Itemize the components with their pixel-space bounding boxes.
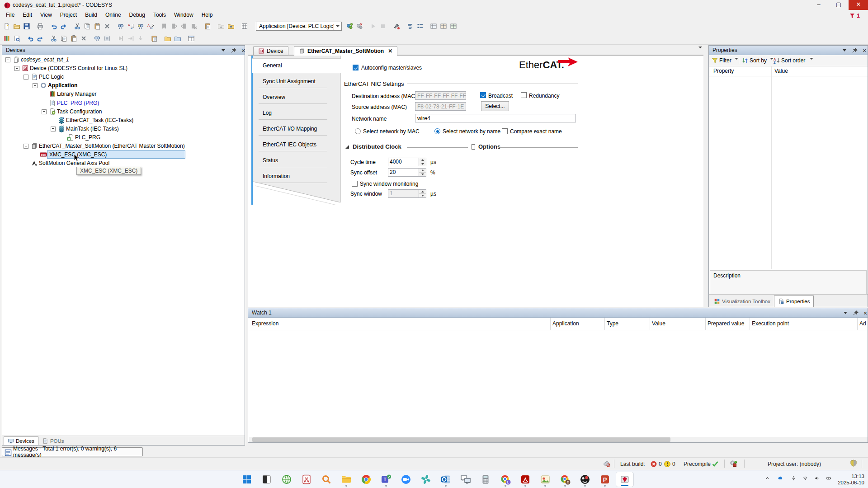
- nav-item-sync-unit-assignment[interactable]: Sync Unit Assignment: [252, 76, 336, 87]
- watch-column-prepared-value[interactable]: Prepared value: [708, 320, 744, 327]
- runtime-gear-icon[interactable]: [730, 460, 737, 467]
- nav-item-overview[interactable]: Overview: [252, 92, 336, 103]
- find-secondary-icon[interactable]: [93, 34, 102, 43]
- view-list-icon[interactable]: [415, 22, 425, 31]
- delete-icon[interactable]: [103, 22, 112, 31]
- watch-column-execution-point[interactable]: Execution point: [752, 320, 789, 327]
- new-project-icon[interactable]: [2, 22, 11, 31]
- tree-node-plc_prg[interactable]: PLC_PRG: [2, 133, 245, 141]
- view-outline-icon[interactable]: [406, 22, 415, 31]
- taskbar-file-explorer-icon[interactable]: [337, 472, 355, 487]
- nav-item-ethercat-iec-objects[interactable]: EtherCAT IEC Objects: [252, 139, 336, 150]
- cut-secondary-icon[interactable]: [49, 34, 58, 43]
- watch-column-value[interactable]: Value: [652, 320, 665, 327]
- print-icon[interactable]: [36, 22, 45, 31]
- tray-chevron-up-icon[interactable]: [765, 476, 772, 483]
- sync-offset-spinner[interactable]: 20: [388, 168, 426, 177]
- login-icon[interactable]: [345, 22, 354, 31]
- sort-by-button[interactable]: Sort by: [750, 57, 767, 64]
- taskbar-vpn-globe-app-icon[interactable]: [278, 472, 296, 487]
- watch-column-separator[interactable]: [705, 318, 706, 330]
- tray-wifi-icon[interactable]: [803, 476, 810, 483]
- tab-pous[interactable]: POUs: [38, 437, 68, 445]
- taskbar-keypad-device-icon[interactable]: [476, 472, 495, 487]
- tree-expander-icon[interactable]: [33, 83, 38, 88]
- tree-node-device[interactable]: Device (CODESYS Control for Linux SL): [2, 64, 245, 72]
- menu-item-file[interactable]: File: [2, 10, 19, 20]
- tree-node-ethercat_task[interactable]: EtherCAT_Task (IEC-Tasks): [2, 116, 245, 124]
- value-column-header[interactable]: Value: [774, 68, 788, 74]
- tree-node-plc[interactable]: PLC Logic: [2, 73, 245, 81]
- watch-column-expression[interactable]: Expression: [252, 320, 278, 327]
- watch-column-application[interactable]: Application: [552, 320, 579, 327]
- tree-node-maintask[interactable]: MainTask (IEC-Tasks): [2, 125, 245, 133]
- delete-secondary-icon[interactable]: [79, 34, 88, 43]
- tree-expander-icon[interactable]: [42, 109, 47, 114]
- chevron-down-icon[interactable]: [733, 60, 738, 66]
- cloud-offline-icon[interactable]: [603, 460, 610, 467]
- watch-column-ad[interactable]: Ad: [859, 320, 866, 327]
- property-column-header[interactable]: Property: [713, 68, 734, 74]
- compare-folder-icon[interactable]: [173, 34, 182, 43]
- taskbar-pinwheel-app-icon[interactable]: [417, 472, 435, 487]
- open-project-icon[interactable]: [12, 22, 21, 31]
- options-expand-icon[interactable]: [472, 145, 475, 149]
- taskbar-irfanview-icon[interactable]: [536, 472, 554, 487]
- tab-device[interactable]: Device: [253, 46, 288, 55]
- active-application-selector[interactable]: Application [Device: PLC Logic]: [256, 22, 342, 31]
- taskbar-chrome-profile-l-icon[interactable]: L: [496, 472, 514, 487]
- notification-filter-icon[interactable]: 1: [849, 12, 860, 19]
- tab-close-icon[interactable]: ✕: [388, 48, 392, 54]
- panel-menu-icon[interactable]: [841, 47, 848, 54]
- print-preview-icon[interactable]: [12, 34, 21, 43]
- close-icon[interactable]: ✕: [862, 310, 868, 316]
- tree-expander-icon[interactable]: [24, 144, 28, 149]
- tray-microphone-icon[interactable]: [791, 476, 798, 483]
- watch-column-separator[interactable]: [857, 318, 858, 330]
- watch-column-separator[interactable]: [550, 318, 551, 330]
- taskbar-windows-start-icon[interactable]: [238, 472, 256, 487]
- watch-column-separator[interactable]: [750, 318, 750, 330]
- watch-column-separator[interactable]: [604, 318, 605, 330]
- incremental-find-icon[interactable]: AZ: [126, 22, 135, 31]
- table-view-2-icon[interactable]: [439, 22, 448, 31]
- autoconfig-checkbox[interactable]: [353, 65, 359, 70]
- menu-item-help[interactable]: Help: [198, 10, 217, 20]
- tree-expander-icon[interactable]: [5, 57, 10, 62]
- menu-item-online[interactable]: Online: [101, 10, 125, 20]
- taskbar-powerpoint-icon[interactable]: P: [596, 472, 614, 487]
- messages-button[interactable]: Messages - Total 1 error(s), 0 warning(s…: [2, 447, 143, 456]
- shield-icon[interactable]: [850, 460, 857, 467]
- taskbar-contrast-square-app-icon[interactable]: [258, 472, 276, 487]
- watch-column-separator[interactable]: [650, 318, 650, 330]
- pin-icon[interactable]: [230, 47, 237, 54]
- tree-expander-icon[interactable]: [14, 66, 19, 71]
- distributed-clock-collapse-icon[interactable]: [345, 145, 349, 149]
- undo-secondary-icon[interactable]: [26, 34, 35, 43]
- taskbar-teams-icon[interactable]: T: [377, 472, 395, 487]
- menu-item-window[interactable]: Window: [170, 10, 198, 20]
- tree-node-library[interactable]: Library Manager: [2, 90, 245, 98]
- menu-item-build[interactable]: Build: [81, 10, 101, 20]
- compare-exact-name-checkbox[interactable]: [502, 128, 508, 134]
- nav-item-status[interactable]: Status: [252, 155, 336, 166]
- pin-icon[interactable]: [852, 310, 859, 316]
- tray-volume-icon[interactable]: [815, 476, 822, 483]
- broadcast-checkbox[interactable]: [480, 92, 486, 98]
- src-mac-field[interactable]: F8-02-78-21-FF-1E: [415, 102, 466, 111]
- taskbar-obs-recorder-icon[interactable]: [576, 472, 594, 487]
- tree-node-task[interactable]: Task Configuration: [2, 108, 245, 116]
- network-name-field[interactable]: wire4: [415, 114, 576, 122]
- watch-horizontal-scrollbar[interactable]: [249, 437, 868, 442]
- menu-item-edit[interactable]: Edit: [19, 10, 36, 20]
- taskbar-outlook-icon[interactable]: [437, 472, 455, 487]
- taskbar-snipping-tool-icon[interactable]: [297, 472, 316, 487]
- taskbar-clock[interactable]: 13:13 2025-06-10: [838, 473, 864, 486]
- panel-menu-icon[interactable]: [842, 310, 849, 316]
- tree-node-application[interactable]: Application: [2, 81, 245, 89]
- select-by-name-radio[interactable]: [434, 128, 440, 134]
- menu-item-project[interactable]: Project: [56, 10, 81, 20]
- close-icon[interactable]: ✕: [240, 47, 247, 54]
- copy-icon[interactable]: [83, 22, 92, 31]
- menu-item-debug[interactable]: Debug: [125, 10, 149, 20]
